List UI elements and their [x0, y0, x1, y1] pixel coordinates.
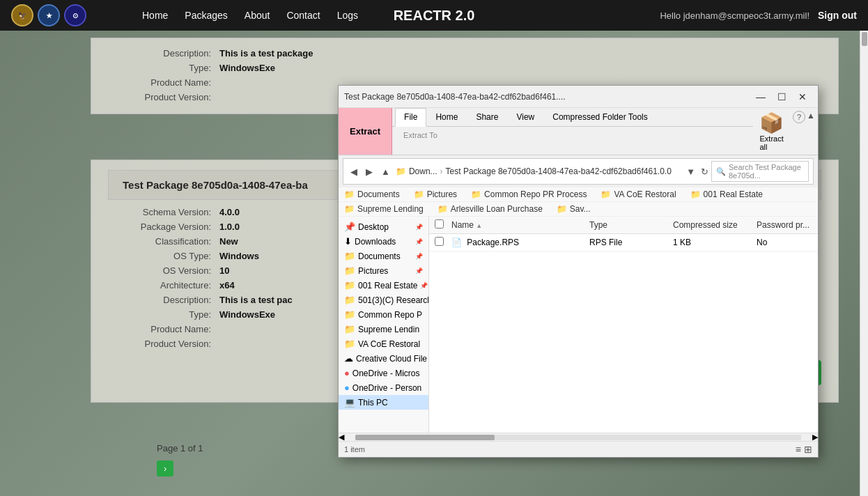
tree-onedrive-personal[interactable]: ● OneDrive - Person	[339, 380, 428, 395]
header-type[interactable]: Type	[589, 220, 673, 230]
list-view-button[interactable]: ≡	[796, 444, 801, 455]
qf-pictures[interactable]: 📁 Pictures	[414, 189, 457, 199]
tree-pictures-label: Pictures	[358, 266, 388, 276]
folder-onedrive-ms-icon: ●	[344, 368, 350, 378]
tab-home[interactable]: Home	[426, 108, 467, 126]
ribbon-collapse-button[interactable]: ▲	[807, 111, 815, 121]
dropdown-button[interactable]: ▼	[683, 165, 698, 178]
extract-to-label: Extract To	[398, 130, 443, 141]
qf-sav-label: Sav...	[570, 204, 591, 214]
minimize-button[interactable]: —	[751, 89, 770, 104]
tree-common-repo[interactable]: 📁 Common Repo P	[339, 307, 428, 322]
label-type-top: Type:	[108, 63, 219, 73]
tree-this-pc[interactable]: 💻 This PC	[339, 395, 428, 410]
search-box[interactable]: 🔍 Search Test Package 8e705d...	[711, 161, 809, 182]
ribbon: Extract File Home Share View Compressed …	[339, 108, 818, 155]
addr-part2: Test Package 8e705d0a-1408-47ea-ba42-cdf…	[446, 166, 672, 176]
hscroll-left-button[interactable]: ◀	[339, 433, 344, 442]
qf-arlesville[interactable]: 📁 Arlesville Loan Purchase	[437, 204, 543, 214]
folder-supreme-icon: 📁	[344, 324, 355, 334]
tree-downloads-label: Downloads	[355, 237, 396, 247]
extract-tab-btn[interactable]: Extract	[339, 108, 392, 155]
logo-group: 🦅 ★ ⊙	[11, 4, 86, 26]
pagination-nav-button[interactable]: ›	[157, 460, 173, 476]
nav-packages[interactable]: Packages	[185, 10, 227, 21]
addr-sep: ›	[440, 166, 443, 176]
header-name[interactable]: Name ▲	[451, 220, 589, 230]
qf-common-repo-pr[interactable]: 📁 Common Repo PR Process	[471, 189, 587, 199]
select-all-checkbox[interactable]	[435, 219, 444, 228]
value-ostype: Windows	[219, 251, 259, 261]
extract-all-button[interactable]: 📦 Extractall	[753, 108, 790, 155]
help-button[interactable]: ?	[793, 111, 805, 123]
forward-button[interactable]: ▶	[363, 165, 375, 178]
file-name-label: Package.RPS	[467, 238, 519, 247]
tree-onedrive-ms[interactable]: ● OneDrive - Micros	[339, 366, 428, 380]
tree-supreme[interactable]: 📁 Supreme Lendin	[339, 322, 428, 336]
horizontal-scrollbar[interactable]: ◀ ▶	[339, 433, 818, 441]
label-productname-top: Product Name:	[108, 77, 219, 88]
tree-desktop[interactable]: 📌 Desktop 📌	[339, 219, 428, 234]
qf-arlesville-icon: 📁	[437, 204, 448, 214]
nav-about[interactable]: About	[245, 10, 270, 21]
value-osver: 10	[219, 265, 229, 276]
file-checkbox[interactable]	[435, 237, 444, 246]
ribbon-content: Extract To	[392, 127, 753, 144]
file-row-package-rps[interactable]: 📄 Package.RPS RPS File 1 KB No	[429, 234, 818, 251]
pagination-section: Page 1 of 1 ›	[157, 439, 203, 476]
window-controls: — ☐ ✕	[751, 89, 812, 104]
nav-logs[interactable]: Logs	[337, 10, 358, 21]
value-type2: WindowsExe	[219, 309, 275, 320]
nav-contact[interactable]: Contact	[286, 10, 320, 21]
maximize-button[interactable]: ☐	[772, 89, 791, 104]
tab-view[interactable]: View	[507, 108, 543, 126]
tree-pictures[interactable]: 📁 Pictures 📌	[339, 263, 428, 278]
header-password-protected[interactable]: Password pr...	[757, 220, 812, 230]
label-osver: OS Version:	[108, 265, 219, 276]
tree-onedrive-p-label: OneDrive - Person	[352, 383, 421, 393]
tree-va-coe[interactable]: 📁 VA CoE Restoral	[339, 336, 428, 351]
file-password-protected: No	[757, 238, 812, 247]
label-classification: Classification:	[108, 236, 219, 247]
tree-001-pin: 📌	[420, 282, 428, 289]
qf-001-real-estate[interactable]: 📁 001 Real Estate	[690, 189, 763, 199]
qf-supreme[interactable]: 📁 Supreme Lending	[344, 204, 424, 214]
tab-file[interactable]: File	[395, 108, 426, 127]
tree-creative-cloud[interactable]: ☁ Creative Cloud File	[339, 351, 428, 366]
tree-documents[interactable]: 📁 Documents 📌	[339, 249, 428, 263]
view-buttons: ≡ ⊞	[796, 444, 812, 455]
label-productver2: Product Version:	[108, 339, 219, 349]
back-button[interactable]: ◀	[348, 165, 360, 178]
header-compressed-size[interactable]: Compressed size	[673, 220, 757, 230]
qf-sav[interactable]: 📁 Sav...	[557, 204, 591, 214]
nav-home[interactable]: Home	[142, 10, 168, 21]
page-scrollbar[interactable]	[860, 31, 868, 496]
signout-button[interactable]: Sign out	[818, 10, 857, 21]
file-check	[435, 237, 451, 248]
tree-common-repo-label: Common Repo P	[358, 310, 422, 320]
details-view-button[interactable]: ⊞	[804, 444, 812, 455]
qf-common-repo-pr-label: Common Repo PR Process	[484, 189, 587, 199]
up-button[interactable]: ▲	[378, 165, 393, 178]
label-type2: Type:	[108, 309, 219, 320]
qf-va-coe[interactable]: 📁 VA CoE Restoral	[600, 189, 676, 199]
tree-downloads[interactable]: ⬇ Downloads 📌	[339, 234, 428, 249]
search-placeholder: Search Test Package 8e705d...	[729, 163, 804, 180]
folder-va-coe-icon: 📁	[344, 339, 355, 349]
tree-501[interactable]: 📁 501(3)(C) Research	[339, 293, 428, 307]
search-icon: 🔍	[716, 167, 726, 176]
extract-all-icon: 📦	[759, 111, 784, 134]
tree-onedrive-ms-label: OneDrive - Micros	[352, 369, 420, 378]
tree-documents-label: Documents	[358, 251, 401, 261]
qf-supreme-label: Supreme Lending	[357, 204, 424, 214]
label-productname2: Product Name:	[108, 324, 219, 334]
tab-share[interactable]: Share	[467, 108, 507, 126]
qf-001-real-estate-label: 001 Real Estate	[704, 189, 763, 199]
tab-compressed-folder-tools[interactable]: Compressed Folder Tools	[543, 108, 657, 126]
hscroll-right-button[interactable]: ▶	[812, 433, 818, 442]
qf-documents[interactable]: 📁 Documents	[344, 189, 400, 199]
tree-001-real-estate[interactable]: 📁 001 Real Estate 📌	[339, 278, 428, 293]
folder-001-icon: 📁	[344, 280, 355, 290]
close-button[interactable]: ✕	[793, 89, 812, 104]
refresh-button[interactable]: ↻	[701, 166, 708, 177]
